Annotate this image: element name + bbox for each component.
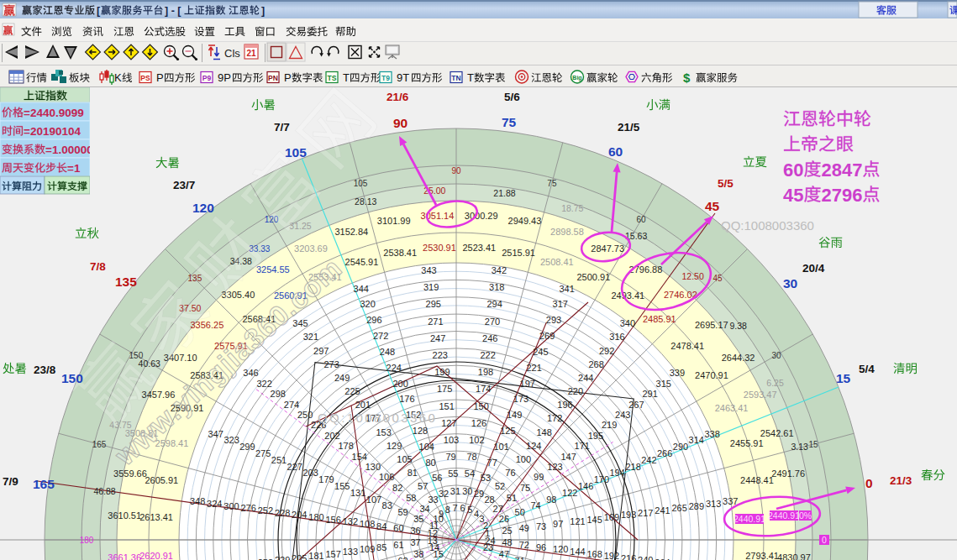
svg-text:]: ]	[261, 5, 265, 17]
svg-text:122: 122	[562, 488, 577, 498]
svg-text:341: 341	[559, 284, 574, 294]
svg-text:121: 121	[570, 516, 585, 526]
svg-text:34.38: 34.38	[230, 256, 252, 266]
svg-text:153: 153	[376, 427, 392, 437]
svg-text:35: 35	[413, 514, 423, 524]
svg-text:101: 101	[493, 442, 508, 452]
svg-text:2847.73: 2847.73	[591, 243, 624, 254]
svg-text:15: 15	[434, 549, 444, 559]
svg-text:38: 38	[413, 549, 423, 559]
svg-text:202: 202	[324, 431, 339, 441]
svg-text:147: 147	[560, 452, 576, 462]
svg-text:293: 293	[546, 315, 561, 325]
svg-text:97: 97	[553, 519, 563, 529]
svg-text:171: 171	[575, 441, 590, 451]
svg-text:2898.58: 2898.58	[550, 227, 584, 237]
svg-text:100: 100	[516, 454, 531, 464]
svg-text:180: 180	[80, 536, 94, 545]
svg-text:126: 126	[471, 418, 486, 428]
svg-text:60: 60	[608, 144, 623, 159]
svg-text:77: 77	[487, 458, 497, 468]
svg-text:245: 245	[533, 347, 548, 357]
svg-text:2515.91: 2515.91	[502, 248, 535, 258]
svg-text:178: 178	[338, 441, 353, 451]
svg-text:179: 179	[318, 474, 334, 484]
svg-text:34: 34	[419, 504, 429, 514]
svg-text:157: 157	[326, 549, 341, 559]
svg-text:175: 175	[437, 384, 452, 394]
svg-text:2796: 2796	[822, 185, 863, 206]
svg-text:60: 60	[783, 160, 803, 181]
svg-text:221: 221	[526, 363, 541, 373]
svg-text:57: 57	[418, 481, 428, 491]
svg-text:269: 269	[539, 331, 555, 341]
svg-text:229: 229	[275, 555, 290, 560]
svg-text:21: 21	[246, 49, 256, 58]
svg-text:74: 74	[530, 500, 540, 510]
svg-text:2793.41: 2793.41	[745, 551, 779, 560]
svg-text:7/7: 7/7	[274, 121, 290, 133]
svg-text:3: 3	[479, 514, 484, 524]
svg-text:172: 172	[547, 413, 562, 423]
svg-text:21/5: 21/5	[618, 121, 640, 133]
svg-text:75: 75	[520, 483, 530, 493]
svg-text:26: 26	[499, 514, 509, 524]
svg-text:156: 156	[326, 515, 341, 525]
svg-text:170: 170	[594, 474, 609, 484]
svg-text:169: 169	[604, 512, 619, 522]
svg-text:4: 4	[474, 509, 479, 519]
svg-text:2847: 2847	[822, 160, 863, 181]
svg-text:PN: PN	[268, 74, 278, 82]
svg-text:218: 218	[625, 462, 640, 472]
svg-text:150: 150	[474, 401, 489, 411]
svg-text:2508.41: 2508.41	[540, 257, 574, 267]
svg-text:12.50: 12.50	[682, 271, 704, 281]
svg-text:176: 176	[399, 394, 414, 404]
svg-text:53: 53	[481, 473, 491, 483]
svg-text:267: 267	[628, 400, 644, 410]
svg-text:2491.76: 2491.76	[771, 468, 805, 479]
svg-text:250: 250	[297, 410, 313, 420]
svg-text:81: 81	[408, 468, 418, 478]
svg-text:2448.41: 2448.41	[740, 475, 774, 485]
svg-text:322: 322	[256, 379, 271, 389]
svg-text:T: T	[467, 71, 474, 84]
svg-text:9T: 9T	[397, 71, 409, 84]
svg-text:37.50: 37.50	[179, 303, 201, 313]
svg-text:46.88: 46.88	[93, 486, 115, 496]
svg-text:2500.91: 2500.91	[577, 272, 611, 282]
svg-text:135: 135	[115, 275, 137, 289]
svg-text:75: 75	[547, 179, 557, 188]
svg-text:28.13: 28.13	[355, 196, 376, 207]
svg-text:313: 313	[706, 499, 721, 509]
svg-text:299: 299	[239, 442, 255, 452]
svg-text:173: 173	[513, 394, 528, 404]
svg-text:2620.91: 2620.91	[139, 551, 173, 560]
svg-text:268: 268	[589, 359, 604, 369]
svg-text:4830.97: 4830.97	[777, 552, 811, 560]
svg-text:203: 203	[303, 468, 318, 478]
svg-text:2949.43: 2949.43	[508, 216, 542, 226]
svg-text:154: 154	[352, 452, 367, 462]
svg-text:120: 120	[553, 544, 568, 554]
svg-text:198: 198	[478, 367, 493, 377]
svg-text:2485.91: 2485.91	[643, 314, 676, 324]
svg-text:$: $	[683, 71, 691, 85]
svg-text:201: 201	[355, 400, 371, 410]
svg-text:251: 251	[271, 455, 287, 465]
svg-text:222: 222	[480, 350, 495, 360]
svg-text:3356.25: 3356.25	[191, 320, 224, 330]
svg-text:241: 241	[655, 505, 670, 516]
svg-text:96: 96	[536, 542, 546, 552]
svg-text:2440.91: 2440.91	[734, 514, 765, 524]
svg-text:0%: 0%	[799, 510, 812, 521]
svg-text:227: 227	[287, 462, 302, 472]
svg-text:82: 82	[392, 483, 402, 493]
svg-text:144: 144	[570, 547, 585, 557]
svg-text:104: 104	[419, 442, 434, 452]
svg-text:181: 181	[308, 551, 323, 560]
svg-text:5/4: 5/4	[859, 363, 875, 375]
svg-text:75: 75	[502, 115, 517, 129]
svg-text:98: 98	[546, 495, 556, 505]
svg-text:248: 248	[380, 347, 395, 357]
